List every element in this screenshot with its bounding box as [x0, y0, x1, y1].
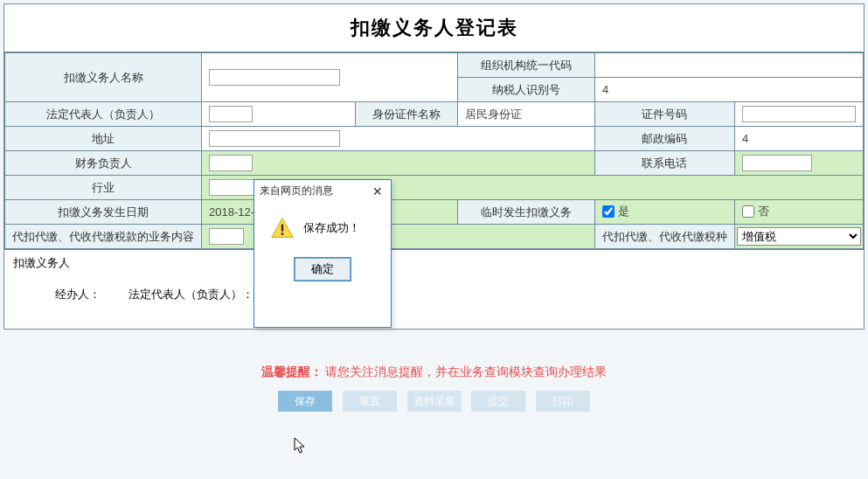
collect-button[interactable]: 资料采集	[407, 391, 462, 412]
label-address: 地址	[5, 127, 202, 151]
field-tax-kind[interactable]: 增值税	[735, 225, 864, 249]
dialog-ok-button[interactable]: 确定	[295, 258, 351, 281]
field-temp-yes[interactable]: 是	[594, 200, 734, 225]
label-agent-name: 扣缴义务人名称	[5, 53, 202, 102]
print-button[interactable]: 打印	[536, 391, 590, 412]
label-biz-content: 代扣代缴、代收代缴税款的业务内容	[5, 225, 202, 249]
field-address[interactable]	[202, 127, 595, 151]
field-id-type[interactable]: 居民身份证	[458, 102, 595, 127]
field-postcode[interactable]: 4	[735, 127, 864, 151]
signature-section: 扣缴义务人 经办人： 法定代表人（负责人）：	[4, 249, 864, 329]
message-dialog: 来自网页的消息 ✕ 保存成功！ 确定	[253, 179, 392, 328]
close-icon[interactable]: ✕	[370, 184, 385, 198]
reminder-row: 温馨提醒： 请您关注消息提醒，并在业务查询模块查询办理结果	[0, 364, 868, 380]
input-agent-name[interactable]	[209, 69, 340, 86]
cursor-icon	[294, 437, 308, 456]
field-finance-officer[interactable]	[202, 151, 595, 176]
sig-legal-rep: 法定代表人（负责人）：	[128, 288, 253, 301]
label-postcode: 邮政编码	[594, 127, 734, 151]
sig-row: 经办人： 法定代表人（负责人）：	[13, 287, 855, 302]
select-tax-kind[interactable]: 增值税	[737, 227, 861, 246]
dialog-message: 保存成功！	[303, 220, 360, 236]
sig-handler: 经办人：	[55, 288, 101, 301]
dialog-title: 来自网页的消息	[260, 184, 333, 198]
form-container: 扣缴义务人登记表 扣缴义务人名称 组织机构统一代码 纳税人识别号 4 法定代表人…	[3, 3, 865, 330]
field-agent-name[interactable]	[202, 53, 458, 102]
input-finance-officer[interactable]	[209, 155, 253, 171]
input-id-number[interactable]	[742, 106, 856, 122]
label-duty-date: 扣缴义务发生日期	[5, 200, 202, 225]
input-phone[interactable]	[742, 155, 812, 171]
label-finance-officer: 财务负责人	[5, 151, 202, 176]
submit-button[interactable]: 提交	[471, 391, 525, 412]
reminder-label: 温馨提醒：	[261, 364, 323, 378]
form-table: 扣缴义务人名称 组织机构统一代码 纳税人识别号 4 法定代表人（负责人） 身份证…	[4, 52, 864, 249]
svg-rect-2	[281, 233, 283, 235]
label-taxpayer-id: 纳税人识别号	[458, 78, 595, 102]
input-biz-content[interactable]	[209, 228, 244, 245]
field-temp-no[interactable]: 否	[735, 200, 864, 225]
reset-button[interactable]: 重置	[343, 391, 397, 412]
input-legal-rep[interactable]	[209, 106, 253, 122]
dialog-body: 保存成功！	[254, 202, 391, 258]
label-legal-rep: 法定代表人（负责人）	[5, 102, 202, 127]
warning-icon	[270, 216, 295, 240]
save-button[interactable]: 保存	[278, 391, 332, 412]
title-bar: 扣缴义务人登记表	[4, 4, 864, 52]
field-id-number[interactable]	[735, 102, 864, 127]
field-legal-rep[interactable]	[202, 102, 356, 127]
button-row: 保存 重置 资料采集 提交 打印	[0, 391, 868, 412]
label-id-number: 证件号码	[594, 102, 734, 127]
field-taxpayer-id[interactable]: 4	[594, 78, 863, 102]
dialog-footer: 确定	[254, 258, 391, 291]
dialog-header: 来自网页的消息 ✕	[254, 180, 391, 202]
label-id-type: 身份证件名称	[355, 102, 458, 127]
sig-agent-label: 扣缴义务人	[13, 255, 855, 271]
page-title: 扣缴义务人登记表	[4, 15, 864, 41]
label-phone: 联系电话	[594, 151, 734, 176]
reminder-text: 请您关注消息提醒，并在业务查询模块查询办理结果	[325, 364, 607, 378]
checkbox-yes[interactable]	[602, 205, 615, 218]
svg-rect-1	[281, 225, 283, 232]
label-temp-duty: 临时发生扣缴义务	[458, 200, 595, 225]
label-tax-kind: 代扣代缴、代收代缴税种	[594, 225, 734, 249]
label-industry: 行业	[5, 176, 202, 200]
input-address[interactable]	[209, 130, 340, 147]
label-org-code: 组织机构统一代码	[458, 53, 595, 78]
field-phone[interactable]	[735, 151, 864, 176]
checkbox-no[interactable]	[742, 205, 754, 218]
field-org-code[interactable]	[594, 53, 863, 78]
